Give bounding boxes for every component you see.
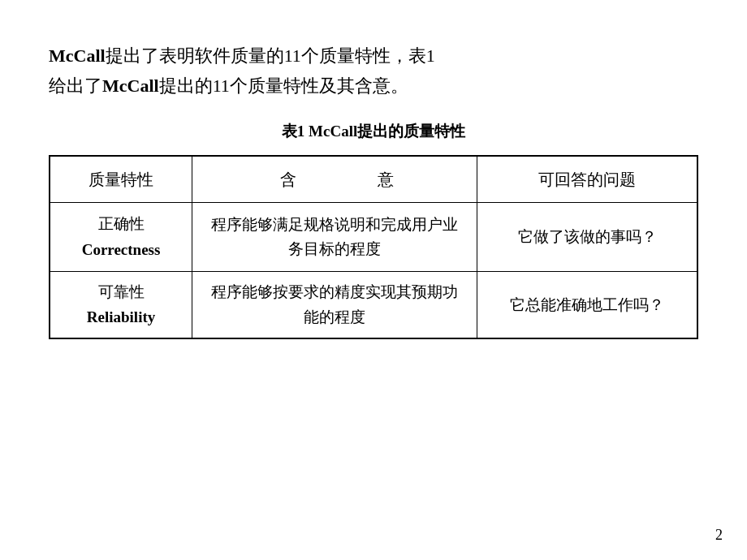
- reliability-cn: 可靠性: [62, 280, 180, 304]
- correctness-en: Correctness: [62, 237, 180, 263]
- intro-11-2: 11: [213, 75, 230, 96]
- intro-table-num: 1: [426, 45, 435, 66]
- table-row: 可靠性 Reliability 程序能够按要求的精度实现其预期功能的程度 它总能…: [50, 272, 697, 338]
- cell-correctness-quality: 正确性 Correctness: [50, 202, 192, 272]
- intro-text-2: 个质量特性，表: [301, 45, 426, 66]
- intro-line2-prefix: 给出了: [49, 75, 102, 96]
- cell-reliability-question: 它总能准确地工作吗？: [477, 272, 697, 338]
- intro-paragraph: McCall提出了表明软件质量的11个质量特性，表1 给出了McCall提出的1…: [49, 41, 698, 101]
- header-meaning: 含 意: [192, 156, 477, 203]
- intro-text-1: 提出了表明软件质量的: [106, 45, 284, 66]
- intro-mccall-bold-2: McCall: [102, 75, 159, 96]
- table-title: 表1 McCall提出的质量特性: [282, 121, 465, 142]
- cell-reliability-quality: 可靠性 Reliability: [50, 272, 192, 338]
- reliability-en: Reliability: [62, 305, 180, 330]
- cell-correctness-question: 它做了该做的事吗？: [477, 202, 697, 272]
- table-row: 正确性 Correctness 程序能够满足规格说明和完成用户业务目标的程度 它…: [50, 202, 697, 272]
- intro-11-1: 11: [284, 45, 301, 66]
- intro-line2-suffix: 提出的: [159, 75, 213, 96]
- cell-correctness-meaning: 程序能够满足规格说明和完成用户业务目标的程度: [192, 202, 477, 272]
- header-question: 可回答的问题: [477, 156, 697, 203]
- correctness-cn: 正确性: [62, 211, 180, 237]
- page-container: McCall提出了表明软件质量的11个质量特性，表1 给出了McCall提出的1…: [0, 0, 747, 560]
- table-header-row: 质量特性 含 意 可回答的问题: [50, 156, 697, 203]
- page-number: 2: [715, 527, 723, 544]
- intro-line2-end: 个质量特性及其含意。: [230, 75, 408, 96]
- header-quality: 质量特性: [50, 156, 192, 203]
- cell-reliability-meaning: 程序能够按要求的精度实现其预期功能的程度: [192, 272, 477, 338]
- quality-table: 质量特性 含 意 可回答的问题 正确性 Correctness 程序能够满足规格…: [49, 155, 698, 339]
- intro-mccall-bold: McCall: [49, 45, 106, 66]
